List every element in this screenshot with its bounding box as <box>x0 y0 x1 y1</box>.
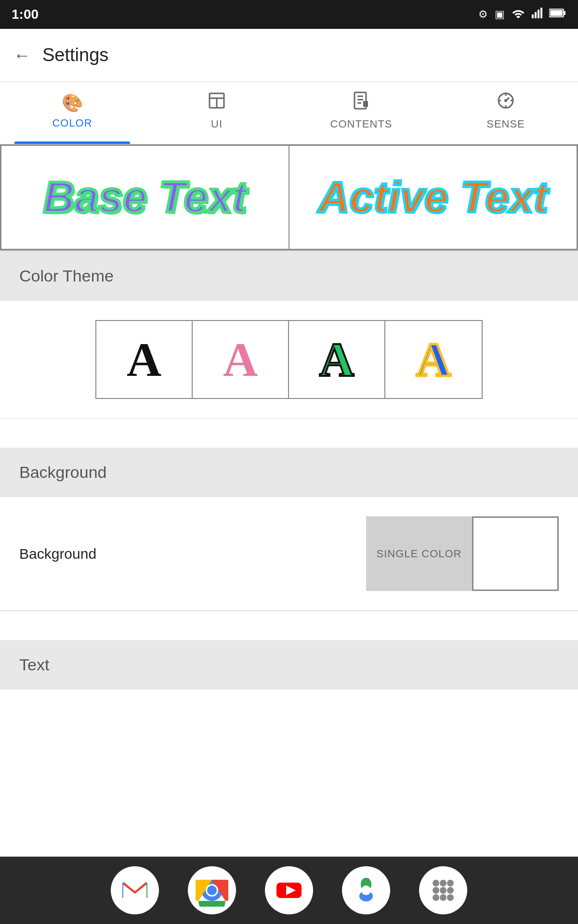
svg-point-37 <box>361 886 371 895</box>
sim-icon: ▣ <box>495 8 505 21</box>
text-section-header: Text <box>0 640 578 690</box>
divider <box>0 611 578 611</box>
color-theme-title: Color Theme <box>19 267 114 285</box>
svg-point-28 <box>207 886 217 895</box>
svg-rect-2 <box>538 10 539 18</box>
svg-point-42 <box>440 887 447 894</box>
contents-tab-icon <box>353 91 370 114</box>
battery-icon <box>549 8 566 21</box>
svg-line-21 <box>506 98 509 101</box>
spacer <box>0 690 578 767</box>
contents-tab-label: CONTENTS <box>330 118 393 130</box>
background-title: Background <box>19 463 106 481</box>
theme-option-black[interactable]: A <box>96 321 193 398</box>
tab-ui[interactable]: UI <box>144 82 289 144</box>
tab-contents[interactable]: CONTENTS <box>289 82 434 144</box>
theme-a-blue-yellow: A <box>416 332 451 387</box>
svg-point-46 <box>447 894 454 901</box>
background-section-header: Background <box>0 448 578 497</box>
background-row: Background SINGLE COLOR <box>0 497 578 611</box>
page-title: Settings <box>42 45 108 65</box>
background-label: Background <box>19 546 356 562</box>
tab-sense[interactable]: SENSE <box>434 82 578 144</box>
white-color-option[interactable] <box>472 516 559 591</box>
youtube-nav-icon[interactable] <box>265 866 313 914</box>
color-tab-label: COLOR <box>52 117 92 129</box>
svg-rect-0 <box>532 14 534 18</box>
status-icons: ⚙ ▣ <box>478 8 566 21</box>
svg-rect-3 <box>540 8 542 18</box>
svg-point-41 <box>433 887 439 894</box>
svg-point-38 <box>433 880 439 886</box>
single-color-label: SINGLE COLOR <box>376 548 461 560</box>
gear-icon: ⚙ <box>478 8 488 21</box>
active-text-preview-box[interactable]: Active Text <box>289 144 578 250</box>
theme-option-blue-yellow[interactable]: A <box>385 321 482 398</box>
top-bar: ← Settings <box>0 29 578 82</box>
status-time: 1:00 <box>12 7 39 22</box>
back-button[interactable]: ← <box>13 45 31 65</box>
apps-nav-icon[interactable] <box>419 866 467 914</box>
status-bar: 1:00 ⚙ ▣ <box>0 0 578 29</box>
svg-point-40 <box>447 880 454 886</box>
theme-a-pink: A <box>223 332 258 387</box>
background-options: SINGLE COLOR <box>366 516 559 591</box>
sense-tab-label: SENSE <box>486 118 525 130</box>
theme-option-pink[interactable]: A <box>193 321 289 398</box>
svg-point-43 <box>447 887 454 894</box>
color-theme-row: A A A A <box>0 301 578 419</box>
base-text-preview-box[interactable]: Base Text <box>0 144 289 250</box>
svg-point-39 <box>440 880 447 886</box>
gmail-nav-icon[interactable] <box>111 866 159 914</box>
tab-color[interactable]: 🎨 COLOR <box>0 82 144 144</box>
photos-nav-icon[interactable] <box>342 866 390 914</box>
wifi-icon <box>512 8 525 21</box>
theme-a-black: A <box>127 332 161 387</box>
theme-options: A A A A <box>95 320 483 399</box>
svg-point-44 <box>433 894 439 901</box>
single-color-option[interactable]: SINGLE COLOR <box>366 516 472 591</box>
tab-bar: 🎨 COLOR UI CONTENTS SENSE <box>0 82 578 144</box>
svg-rect-1 <box>535 12 537 18</box>
text-section-title: Text <box>19 655 49 674</box>
ui-tab-label: UI <box>211 118 223 130</box>
svg-rect-5 <box>564 11 565 15</box>
base-text-preview: Base Text <box>43 173 247 222</box>
preview-section: Base Text Active Text <box>0 144 578 251</box>
chrome-nav-icon[interactable] <box>188 866 236 914</box>
color-theme-section-header: Color Theme <box>0 251 578 301</box>
svg-rect-6 <box>550 10 563 16</box>
theme-option-green[interactable]: A <box>289 321 385 398</box>
svg-rect-14 <box>363 101 368 107</box>
signal-icon <box>532 8 542 21</box>
active-text-preview: Active Text <box>318 173 548 222</box>
ui-tab-icon <box>208 91 226 114</box>
theme-a-green: A <box>319 332 354 387</box>
color-tab-icon: 🎨 <box>62 93 83 113</box>
bottom-nav <box>0 857 578 924</box>
sense-tab-icon <box>497 91 515 114</box>
svg-point-45 <box>440 894 447 901</box>
